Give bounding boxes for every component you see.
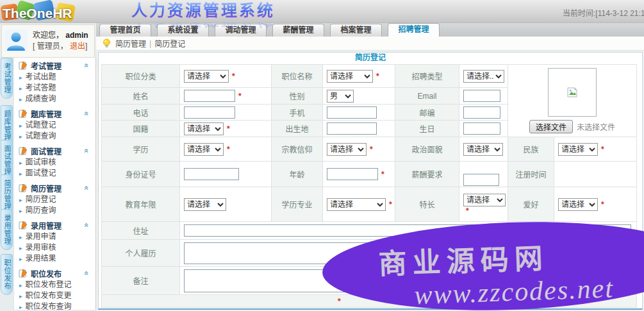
choose-file-button[interactable]: 选择文件 bbox=[529, 120, 573, 133]
religion-select[interactable]: 请选择 bbox=[327, 143, 367, 156]
form-title: 简历登记 bbox=[101, 53, 640, 63]
gender-select[interactable]: 男 bbox=[327, 90, 354, 103]
reg-time-value bbox=[554, 162, 637, 187]
menu-item-resume-query[interactable]: ▸简历查询 bbox=[14, 205, 95, 216]
field-label: 学历 bbox=[102, 137, 180, 162]
phone-input[interactable] bbox=[184, 106, 235, 119]
field-label: 职位名称 bbox=[272, 65, 323, 88]
side-tab-jobpost[interactable]: 职位发布 bbox=[1, 254, 13, 295]
user-box: 欢迎您， admin [ 管理员， 退出] bbox=[1, 24, 95, 58]
field-label: 民族 bbox=[508, 137, 554, 162]
menu-item-jobpost-change[interactable]: ▸职位发布变更 bbox=[14, 290, 95, 301]
specialty-select[interactable]: 请选择 bbox=[463, 194, 506, 206]
hobby-select[interactable]: 请选择 bbox=[558, 198, 598, 211]
menu-item-label: 试题查询 bbox=[26, 131, 56, 140]
nationality-select[interactable]: 请选择 bbox=[184, 122, 224, 135]
menu-item-hire-apply[interactable]: ▸录用申请 bbox=[14, 231, 95, 242]
political-select[interactable]: 请选择 bbox=[463, 143, 503, 156]
field-label: 政治面貌 bbox=[395, 137, 459, 162]
side-tab-exam[interactable]: 考试管理 bbox=[1, 58, 13, 99]
menu-item-question-register[interactable]: ▸试题登记 bbox=[14, 120, 95, 131]
edit-note-icon bbox=[19, 109, 28, 118]
menu-header-exam[interactable]: 考试管理 « bbox=[14, 59, 95, 72]
menu-header-label: 简历管理 bbox=[31, 183, 85, 194]
menu-group-questions: 题库管理 « ▸试题登记 ▸试题查询 bbox=[14, 107, 95, 142]
email-input[interactable] bbox=[463, 90, 500, 102]
tab-recruit-mgmt[interactable]: 招聘管理 bbox=[388, 23, 440, 37]
edit-note-icon bbox=[19, 183, 28, 192]
tab-salary-mgmt[interactable]: 薪酬管理 bbox=[272, 24, 324, 37]
salary-req-input[interactable] bbox=[463, 174, 499, 186]
menu-item-hire-review[interactable]: ▸录用审核 bbox=[14, 242, 95, 253]
field-label: 手机 bbox=[272, 105, 323, 121]
collapse-chevron-icon[interactable]: « bbox=[83, 271, 92, 276]
menu-item-jobpost-register[interactable]: ▸职位发布登记 bbox=[14, 280, 95, 290]
menu-header-jobpost[interactable]: 职位发布 « bbox=[14, 267, 95, 280]
mobile-input[interactable] bbox=[327, 106, 377, 119]
menu-item-score-query[interactable]: ▸成绩查询 bbox=[14, 94, 95, 105]
field-label: 国籍 bbox=[102, 121, 180, 137]
required-mark: * bbox=[466, 206, 508, 215]
menu-item-question-query[interactable]: ▸试题查询 bbox=[14, 131, 95, 142]
sidebar-menu: 考试管理 « ▸考试出题 ▸考试答题 ▸成绩查询 题库管理 « ▸试题登记 ▸试… bbox=[13, 58, 96, 310]
collapse-chevron-icon[interactable]: « bbox=[83, 186, 92, 190]
collapse-chevron-icon[interactable]: « bbox=[83, 223, 92, 228]
menu-item-interview-register[interactable]: ▸面试登记 bbox=[14, 168, 95, 179]
menu-item-resume-register[interactable]: ▸简历登记 bbox=[14, 194, 95, 205]
ethnicity-select[interactable]: 请选择 bbox=[558, 143, 598, 156]
menu-header-label: 面试管理 bbox=[31, 146, 85, 156]
broken-image-icon bbox=[566, 87, 578, 98]
required-mark: * bbox=[227, 124, 230, 133]
menu-item-hire-result[interactable]: ▸录用结果 bbox=[14, 253, 95, 264]
breadcrumb-page: 简历登记 bbox=[154, 38, 185, 49]
age-input[interactable] bbox=[327, 168, 378, 180]
file-status-text: 未选择文件 bbox=[577, 121, 615, 132]
birthday-input[interactable] bbox=[463, 122, 500, 135]
current-time: 当前时间:[114-3-12 21:1:56] bbox=[563, 7, 644, 18]
menu-header-questions[interactable]: 题库管理 « bbox=[14, 107, 95, 120]
collapse-chevron-icon[interactable]: « bbox=[83, 63, 92, 68]
menu-item-exam-answer[interactable]: ▸考试答题 bbox=[14, 83, 95, 94]
name-input[interactable] bbox=[184, 90, 235, 102]
menu-item-jobpost-query[interactable]: ▸职位发布查询 bbox=[14, 301, 95, 311]
recruit-type-select[interactable]: 请选择.. bbox=[463, 70, 504, 83]
edit-note-icon bbox=[19, 221, 28, 230]
zipcode-input[interactable] bbox=[463, 106, 500, 119]
major-select[interactable]: 请选择 bbox=[327, 198, 386, 211]
job-category-select[interactable]: 请选择 bbox=[184, 70, 229, 83]
menu-header-resume[interactable]: 简历管理 « bbox=[14, 181, 95, 194]
menu-header-hiring[interactable]: 录用管理 « bbox=[14, 219, 95, 231]
id-number-input[interactable] bbox=[184, 168, 239, 180]
tab-archive-mgmt[interactable]: 档案管理 bbox=[330, 24, 382, 37]
collapse-chevron-icon[interactable]: « bbox=[83, 112, 92, 116]
triangle-bullet-icon: ▸ bbox=[19, 96, 22, 103]
menu-group-hiring: 录用管理 « ▸录用申请 ▸录用审核 ▸录用结果 bbox=[14, 219, 95, 264]
edu-years-select[interactable]: 请选择 bbox=[184, 198, 226, 211]
welcome-text: 欢迎您， bbox=[33, 31, 63, 40]
breadcrumb-section[interactable]: 简历管理 bbox=[115, 38, 146, 49]
menu-item-label: 职位发布变更 bbox=[26, 291, 72, 300]
menu-group-resume: 简历管理 « ▸简历登记 ▸简历查询 bbox=[14, 181, 95, 216]
menu-group-jobpost: 职位发布 « ▸职位发布登记 ▸职位发布变更 ▸职位发布查询 bbox=[14, 267, 95, 311]
menu-item-exam-create[interactable]: ▸考试出题 bbox=[14, 72, 95, 83]
menu-item-interview-review[interactable]: ▸面试审核 bbox=[14, 157, 95, 168]
menu-header-label: 职位发布 bbox=[31, 268, 85, 279]
edit-note-icon bbox=[19, 61, 28, 70]
job-name-select[interactable]: 请选择 bbox=[327, 70, 373, 83]
menu-item-label: 录用结果 bbox=[26, 254, 56, 263]
menu-header-interview[interactable]: 面试管理 « bbox=[14, 144, 95, 157]
collapse-chevron-icon[interactable]: « bbox=[83, 149, 92, 153]
side-tab-hiring[interactable]: 录用管理 bbox=[1, 209, 13, 250]
logout-link[interactable]: 退出 bbox=[70, 42, 85, 51]
field-label: 注册时间 bbox=[508, 162, 554, 187]
menu-item-label: 录用申请 bbox=[26, 232, 56, 241]
triangle-bullet-icon: ▸ bbox=[19, 171, 22, 177]
birthplace-input[interactable] bbox=[327, 122, 377, 135]
table-row: 学历 请选择* 宗教信仰 请选择* 政治面貌 请选择 民族 请选择* bbox=[102, 137, 637, 162]
education-select[interactable]: 请选择 bbox=[184, 143, 224, 156]
field-label: 电话 bbox=[102, 105, 180, 121]
logo-text: TheOneHR bbox=[3, 6, 72, 21]
app-header: TheOneHR 人力资源管理系统 人力资源管理系统 当前时间:[114-3-1… bbox=[0, 0, 644, 23]
field-label: 姓名 bbox=[102, 88, 180, 105]
menu-item-label: 职位发布登记 bbox=[26, 280, 72, 289]
